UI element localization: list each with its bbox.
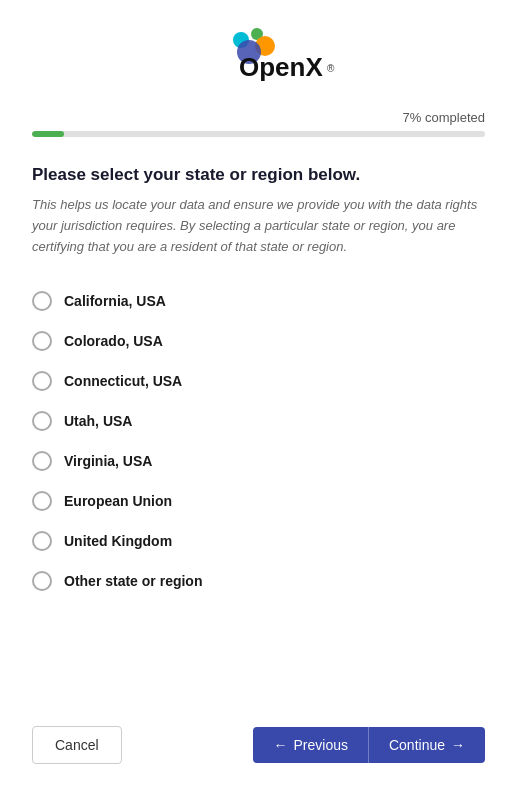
radio-circle-utah — [32, 411, 52, 431]
progress-label: 7% completed — [32, 110, 485, 125]
radio-label-connecticut: Connecticut, USA — [64, 373, 182, 389]
openx-logo: OpenX ® — [179, 24, 339, 94]
prev-arrow-icon: ← — [273, 737, 287, 753]
logo-area: OpenX ® — [0, 0, 517, 110]
previous-button[interactable]: ← Previous — [253, 727, 367, 763]
radio-label-other: Other state or region — [64, 573, 202, 589]
radio-item-uk[interactable]: United Kingdom — [32, 521, 485, 561]
radio-label-uk: United Kingdom — [64, 533, 172, 549]
section-title: Please select your state or region below… — [32, 165, 485, 185]
radio-item-eu[interactable]: European Union — [32, 481, 485, 521]
progress-area: 7% completed — [0, 110, 517, 137]
radio-label-california: California, USA — [64, 293, 166, 309]
radio-item-other[interactable]: Other state or region — [32, 561, 485, 601]
main-content: Please select your state or region below… — [0, 137, 517, 702]
continue-arrow-icon: → — [451, 737, 465, 753]
radio-item-colorado[interactable]: Colorado, USA — [32, 321, 485, 361]
radio-circle-uk — [32, 531, 52, 551]
radio-label-eu: European Union — [64, 493, 172, 509]
radio-item-utah[interactable]: Utah, USA — [32, 401, 485, 441]
radio-label-virginia: Virginia, USA — [64, 453, 152, 469]
svg-text:®: ® — [327, 63, 335, 74]
region-radio-group: California, USAColorado, USAConnecticut,… — [32, 281, 485, 601]
radio-label-colorado: Colorado, USA — [64, 333, 163, 349]
radio-circle-virginia — [32, 451, 52, 471]
radio-circle-connecticut — [32, 371, 52, 391]
section-description: This helps us locate your data and ensur… — [32, 195, 485, 257]
radio-circle-eu — [32, 491, 52, 511]
radio-circle-colorado — [32, 331, 52, 351]
radio-circle-other — [32, 571, 52, 591]
navigation-buttons: ← Previous Continue → — [253, 727, 485, 763]
svg-text:OpenX: OpenX — [239, 52, 323, 82]
radio-label-utah: Utah, USA — [64, 413, 132, 429]
prev-label: Previous — [293, 737, 347, 753]
continue-label: Continue — [389, 737, 445, 753]
radio-item-virginia[interactable]: Virginia, USA — [32, 441, 485, 481]
radio-item-connecticut[interactable]: Connecticut, USA — [32, 361, 485, 401]
radio-item-california[interactable]: California, USA — [32, 281, 485, 321]
cancel-button[interactable]: Cancel — [32, 726, 122, 764]
page-container: OpenX ® 7% completed Please select your … — [0, 0, 517, 796]
footer: Cancel ← Previous Continue → — [0, 702, 517, 796]
continue-button[interactable]: Continue → — [368, 727, 485, 763]
radio-circle-california — [32, 291, 52, 311]
